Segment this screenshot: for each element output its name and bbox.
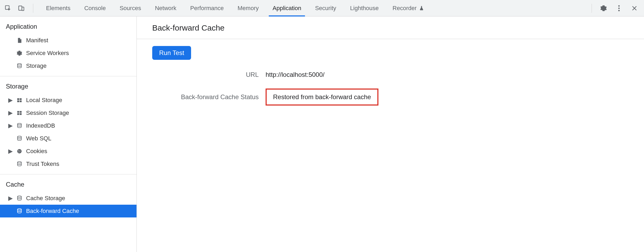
database-icon (16, 62, 23, 69)
tab-performance[interactable]: Performance (183, 0, 231, 16)
sidebar-section-title: Application (0, 20, 137, 34)
sidebar-item-label: Local Storage (26, 97, 62, 104)
grid-icon (16, 110, 23, 116)
svg-point-23 (18, 209, 22, 210)
svg-rect-9 (17, 100, 19, 102)
status-label: Back-forward Cache Status (152, 93, 259, 101)
svg-point-19 (20, 151, 20, 152)
application-panel-body: Application ▶ Manifest ▶ Service Workers… (0, 16, 644, 252)
svg-point-5 (618, 10, 620, 11)
run-test-button[interactable]: Run Test (152, 46, 191, 60)
sidebar-item-label: Back-forward Cache (26, 208, 79, 215)
tab-network[interactable]: Network (148, 0, 183, 16)
tab-recorder[interactable]: Recorder (386, 0, 431, 16)
sidebar-item-label: Web SQL (26, 135, 51, 142)
svg-point-3 (618, 5, 620, 6)
svg-point-20 (19, 152, 19, 152)
tab-label: Network (155, 5, 176, 12)
tab-sources[interactable]: Sources (113, 0, 148, 16)
chevron-right-icon[interactable]: ▶ (8, 195, 13, 202)
svg-point-22 (18, 196, 22, 198)
sidebar-item-label: Trust Tokens (26, 161, 59, 167)
svg-point-17 (17, 149, 22, 154)
database-icon (16, 122, 23, 129)
more-menu-icon[interactable] (615, 4, 623, 12)
svg-point-16 (18, 136, 22, 137)
tab-memory[interactable]: Memory (231, 0, 266, 16)
svg-rect-8 (20, 98, 22, 100)
chevron-right-icon[interactable]: ▶ (8, 122, 13, 129)
sidebar-item-label: Service Workers (26, 50, 69, 57)
devtools-tabs: Elements Console Sources Network Perform… (39, 0, 431, 16)
sidebar-item-local-storage[interactable]: ▶ Local Storage (0, 94, 137, 107)
sidebar-item-back-forward-cache[interactable]: ▶ Back-forward Cache (0, 205, 137, 217)
tab-lighthouse[interactable]: Lighthouse (343, 0, 386, 16)
tab-label: Application (273, 5, 301, 12)
tab-label: Memory (238, 5, 259, 12)
database-icon (16, 208, 23, 215)
sidebar-item-service-workers[interactable]: ▶ Service Workers (0, 47, 137, 60)
sidebar-item-label: Manifest (26, 37, 48, 44)
sidebar-item-label: IndexedDB (26, 122, 55, 129)
sidebar-section-title: Cache (0, 178, 137, 192)
database-icon (16, 161, 23, 167)
sidebar-item-trust-tokens[interactable]: ▶ Trust Tokens (0, 158, 137, 170)
svg-point-21 (18, 162, 22, 163)
svg-rect-14 (20, 113, 22, 115)
svg-rect-11 (17, 111, 19, 113)
svg-point-18 (18, 150, 19, 151)
bfcache-panel: Back-forward Cache Run Test URL http://l… (137, 16, 644, 252)
device-toggle-icon[interactable] (17, 4, 26, 12)
url-value: http://localhost:5000/ (266, 71, 324, 78)
sidebar-item-manifest[interactable]: ▶ Manifest (0, 34, 137, 47)
bfcache-status-grid: URL http://localhost:5000/ Back-forward … (152, 71, 445, 106)
sidebar-section-storage: Storage ▶ Local Storage ▶ Session Storag… (0, 76, 137, 174)
status-value: Restored from back-forward cache (266, 89, 378, 106)
panel-title: Back-forward Cache (152, 23, 644, 32)
database-icon (16, 195, 23, 202)
svg-point-4 (618, 7, 620, 9)
sidebar-item-cookies[interactable]: ▶ Cookies (0, 145, 137, 158)
sidebar-item-label: Cache Storage (26, 195, 65, 202)
sidebar-section-cache: Cache ▶ Cache Storage ▶ Back-forward Cac… (0, 174, 137, 221)
svg-rect-7 (17, 98, 19, 100)
sidebar-item-indexeddb[interactable]: ▶ IndexedDB (0, 119, 137, 132)
file-icon (16, 37, 23, 44)
sidebar-item-storage[interactable]: ▶ Storage (0, 60, 137, 72)
url-label: URL (152, 71, 259, 78)
svg-rect-1 (19, 6, 22, 10)
svg-rect-12 (20, 111, 22, 113)
tab-elements[interactable]: Elements (39, 0, 77, 16)
grid-icon (16, 97, 23, 104)
tab-console[interactable]: Console (77, 0, 113, 16)
tab-label: Lighthouse (350, 5, 379, 12)
toolbar-right-group (591, 4, 640, 13)
inspect-element-icon[interactable] (4, 4, 12, 12)
svg-rect-2 (22, 7, 24, 10)
tab-label: Elements (46, 5, 71, 12)
tab-label: Performance (190, 5, 224, 12)
chevron-right-icon[interactable]: ▶ (8, 110, 13, 116)
svg-point-6 (18, 64, 22, 65)
sidebar-item-cache-storage[interactable]: ▶ Cache Storage (0, 192, 137, 205)
sidebar-section-title: Storage (0, 80, 137, 94)
panel-header: Back-forward Cache (137, 16, 644, 39)
database-icon (16, 135, 23, 142)
close-icon[interactable] (630, 4, 639, 12)
tab-application[interactable]: Application (266, 0, 308, 16)
tab-label: Security (315, 5, 336, 12)
panel-content: Run Test URL http://localhost:5000/ Back… (137, 39, 644, 112)
sidebar-item-web-sql[interactable]: ▶ Web SQL (0, 132, 137, 145)
sidebar-item-label: Storage (26, 62, 47, 69)
chevron-right-icon[interactable]: ▶ (8, 148, 13, 155)
toolbar-divider (33, 4, 33, 13)
chevron-right-icon[interactable]: ▶ (8, 97, 13, 104)
sidebar-item-session-storage[interactable]: ▶ Session Storage (0, 107, 137, 119)
tab-security[interactable]: Security (308, 0, 343, 16)
devtools-toolbar: Elements Console Sources Network Perform… (0, 0, 644, 16)
tab-label: Recorder (393, 5, 416, 12)
svg-rect-13 (17, 113, 19, 115)
settings-gear-icon[interactable] (599, 4, 608, 12)
toolbar-divider (592, 4, 592, 13)
flask-icon (419, 6, 424, 11)
